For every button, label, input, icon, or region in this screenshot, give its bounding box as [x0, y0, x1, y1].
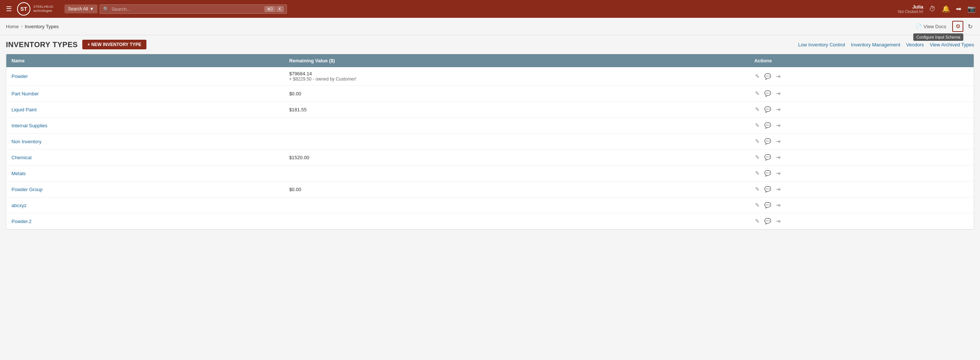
- comment-icon[interactable]: 💬: [764, 201, 772, 209]
- table-row: abcxyz✎💬⇥: [6, 197, 974, 213]
- actions-cell: ✎💬⇥: [749, 86, 974, 102]
- remaining-value-cell: $1520.00: [284, 150, 749, 166]
- archive-icon[interactable]: ⇥: [775, 137, 781, 146]
- inventory-type-name-link[interactable]: Metals: [11, 171, 25, 176]
- archive-icon[interactable]: ⇥: [775, 201, 781, 209]
- user-name: Julia: [898, 4, 923, 10]
- comment-icon[interactable]: 💬: [764, 90, 772, 98]
- inventory-management-link[interactable]: Inventory Management: [851, 42, 900, 48]
- comment-icon[interactable]: 💬: [764, 185, 772, 194]
- table-row: Internal Supplies✎💬⇥: [6, 118, 974, 134]
- search-icon: 🔍: [103, 6, 109, 12]
- breadcrumb-bar: Home › Inventory Types 📄 View Docs ⚙ Con…: [0, 18, 980, 35]
- search-input[interactable]: [111, 6, 262, 12]
- view-archived-types-link[interactable]: View Archived Types: [930, 42, 974, 48]
- inventory-type-name-link[interactable]: abcxyz: [11, 203, 26, 208]
- edit-icon[interactable]: ✎: [754, 106, 760, 114]
- refresh-icon: ↻: [968, 23, 973, 30]
- actions-cell: ✎💬⇥: [749, 150, 974, 166]
- breadcrumb-actions: 📄 View Docs ⚙ Configure Input Schema ↻: [913, 21, 974, 32]
- archive-icon[interactable]: ⇥: [775, 185, 781, 194]
- archive-icon[interactable]: ⇥: [775, 106, 781, 114]
- comment-icon[interactable]: 💬: [764, 72, 772, 80]
- logout-icon[interactable]: ➡: [956, 5, 961, 13]
- remaining-value-cell: [284, 166, 749, 181]
- comment-icon[interactable]: 💬: [764, 137, 772, 146]
- inventory-type-name-link[interactable]: Powder: [11, 74, 28, 79]
- vendors-link[interactable]: Vendors: [906, 42, 924, 48]
- remaining-value-cell: [284, 213, 749, 229]
- hamburger-menu[interactable]: ☰: [5, 3, 13, 14]
- bell-icon[interactable]: 🔔: [942, 5, 950, 13]
- column-header-actions: Actions: [749, 54, 974, 67]
- edit-icon[interactable]: ✎: [754, 153, 760, 162]
- search-all-button[interactable]: Search All ▼: [65, 5, 98, 13]
- edit-icon[interactable]: ✎: [754, 122, 760, 130]
- edit-icon[interactable]: ✎: [754, 201, 760, 209]
- page-title: INVENTORY TYPES: [6, 40, 78, 49]
- inventory-type-name-link[interactable]: Powder Group: [11, 187, 43, 192]
- edit-icon[interactable]: ✎: [754, 72, 760, 80]
- table-row: Part Number$0.00✎💬⇥: [6, 86, 974, 102]
- steelhead-logo: ST: [17, 2, 30, 16]
- inventory-type-name-link[interactable]: Chemical: [11, 155, 32, 160]
- logo-area: ST STEELHEAD technologies: [17, 2, 53, 16]
- gear-button-container: ⚙ Configure Input Schema: [952, 21, 963, 32]
- inventory-type-name-link[interactable]: Internal Supplies: [11, 123, 48, 128]
- archive-icon[interactable]: ⇥: [775, 169, 781, 178]
- table-row: Metals✎💬⇥: [6, 166, 974, 181]
- edit-icon[interactable]: ✎: [754, 169, 760, 178]
- actions-cell: ✎💬⇥: [749, 102, 974, 118]
- inventory-type-name-link[interactable]: Liquid Paint: [11, 107, 37, 112]
- camera-icon[interactable]: 📷: [967, 5, 975, 13]
- edit-icon[interactable]: ✎: [754, 137, 760, 146]
- table-row: Chemical$1520.00✎💬⇥: [6, 150, 974, 166]
- search-section: Search All ▼ 🔍 ⌘D K: [65, 5, 287, 14]
- inventory-type-name-link[interactable]: Powder.2: [11, 219, 32, 224]
- archive-icon[interactable]: ⇥: [775, 90, 781, 98]
- archive-icon[interactable]: ⇥: [775, 122, 781, 130]
- column-header-name: Name: [6, 54, 284, 67]
- page-actions: Low Inventory Control Inventory Manageme…: [798, 42, 974, 48]
- comment-icon[interactable]: 💬: [764, 106, 772, 114]
- actions-cell: ✎💬⇥: [749, 118, 974, 134]
- comment-icon[interactable]: 💬: [764, 122, 772, 130]
- remaining-value-cell: $0.00: [284, 86, 749, 102]
- edit-icon[interactable]: ✎: [754, 217, 760, 225]
- archive-icon[interactable]: ⇥: [775, 217, 781, 225]
- edit-icon[interactable]: ✎: [754, 90, 760, 98]
- comment-icon[interactable]: 💬: [764, 153, 772, 162]
- clock-icon[interactable]: ⏱: [929, 5, 936, 13]
- inventory-type-name-link[interactable]: Part Number: [11, 91, 39, 96]
- view-docs-button[interactable]: 📄 View Docs: [913, 22, 949, 31]
- remaining-value-cell: [284, 197, 749, 213]
- inventory-type-name-link[interactable]: Non Inventory: [11, 139, 41, 144]
- comment-icon[interactable]: 💬: [764, 217, 772, 225]
- configure-schema-button[interactable]: ⚙: [952, 21, 963, 32]
- nav-right: Julia Not Clocked In! ⏱ 🔔 ➡ 📷: [898, 4, 975, 14]
- breadcrumb-home[interactable]: Home: [6, 24, 19, 29]
- breadcrumb-separator: ›: [21, 24, 22, 29]
- remaining-value-cell: $79684.14+ $8229.50 - owned by Customer!: [284, 67, 749, 86]
- remaining-value-cell: $0.00: [284, 181, 749, 197]
- refresh-button[interactable]: ↻: [966, 22, 974, 32]
- new-inventory-type-button[interactable]: + NEW INVENTORY TYPE: [82, 40, 146, 50]
- archive-icon[interactable]: ⇥: [775, 72, 781, 80]
- user-info: Julia Not Clocked In!: [898, 4, 923, 14]
- actions-cell: ✎💬⇥: [749, 213, 974, 229]
- actions-cell: ✎💬⇥: [749, 166, 974, 181]
- user-status: Not Clocked In!: [898, 10, 923, 14]
- table-row: Non Inventory✎💬⇥: [6, 134, 974, 150]
- inventory-types-table: Name Remaining Value ($) Actions Powder$…: [6, 54, 974, 229]
- search-bar[interactable]: 🔍 ⌘D K: [100, 5, 286, 14]
- inventory-types-table-container: Name Remaining Value ($) Actions Powder$…: [6, 54, 974, 230]
- gear-icon: ⚙: [956, 23, 960, 30]
- table-body: Powder$79684.14+ $8229.50 - owned by Cus…: [6, 67, 974, 229]
- comment-icon[interactable]: 💬: [764, 169, 772, 178]
- edit-icon[interactable]: ✎: [754, 185, 760, 194]
- breadcrumb-current: Inventory Types: [25, 24, 59, 29]
- low-inventory-control-link[interactable]: Low Inventory Control: [798, 42, 845, 48]
- archive-icon[interactable]: ⇥: [775, 153, 781, 162]
- remaining-value-cell: [284, 134, 749, 150]
- configure-tooltip: Configure Input Schema: [913, 34, 963, 41]
